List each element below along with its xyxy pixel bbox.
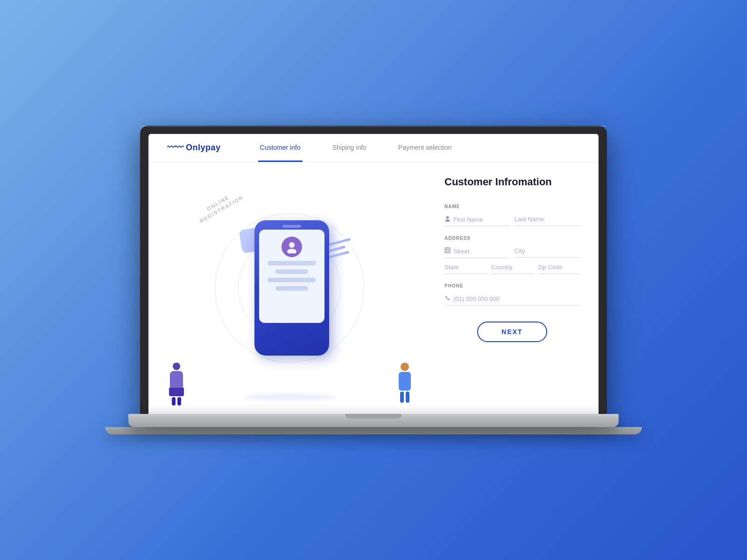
- first-name-wrapper: [444, 213, 510, 226]
- illustration-panel: ONLINE REGISTRATION: [148, 162, 430, 414]
- woman-head: [173, 363, 180, 370]
- shadow-ellipse: [243, 394, 336, 400]
- phone-wrapper: [444, 292, 580, 306]
- tab-customer-info[interactable]: Customer info: [258, 134, 303, 162]
- street-wrapper: [444, 245, 510, 258]
- address-icon: [444, 247, 451, 255]
- laptop-container: 〰〰 Onlypay Customer info Shiping info Pa…: [128, 126, 619, 434]
- app-header: 〰〰 Onlypay Customer info Shiping info Pa…: [148, 134, 599, 162]
- next-button[interactable]: NEXT: [477, 322, 547, 342]
- tab-payment-selection[interactable]: Payment selection: [396, 134, 453, 162]
- svg-point-3: [445, 219, 450, 222]
- city-input-group: [514, 245, 580, 258]
- logo-area: 〰〰 Onlypay: [167, 143, 221, 153]
- svg-rect-7: [448, 250, 449, 251]
- man-head: [401, 363, 409, 371]
- phone-notch: [282, 225, 301, 228]
- woman-legs: [162, 397, 190, 406]
- woman-leg-r: [177, 397, 181, 406]
- person-man: [393, 363, 416, 409]
- arc-text: ONLINE REGISTRATION: [195, 188, 245, 225]
- zip-input-group: [538, 261, 580, 274]
- laptop-bottom: [105, 427, 642, 434]
- state-input[interactable]: [444, 264, 486, 271]
- laptop-base: [128, 414, 619, 427]
- svg-point-2: [446, 216, 449, 219]
- phone-line-4: [275, 286, 308, 291]
- app-content: ONLINE REGISTRATION: [148, 162, 599, 414]
- zip-wrapper: [538, 261, 580, 274]
- last-name-input-group: [514, 213, 580, 226]
- laptop-screen: 〰〰 Onlypay Customer info Shiping info Pa…: [148, 134, 599, 414]
- svg-rect-6: [448, 249, 449, 250]
- name-field-row: [444, 213, 580, 226]
- phone-line-3: [268, 278, 316, 282]
- city-input[interactable]: [514, 247, 580, 254]
- screen-bezel: 〰〰 Onlypay Customer info Shiping info Pa…: [140, 126, 607, 414]
- first-name-input[interactable]: [453, 216, 510, 223]
- state-country-zip-row: [444, 261, 580, 274]
- country-input-group: [491, 261, 533, 274]
- country-wrapper: [491, 261, 533, 274]
- last-name-input[interactable]: [514, 216, 580, 223]
- man-legs: [393, 392, 416, 403]
- phone-avatar: [282, 237, 302, 257]
- first-name-input-group: [444, 213, 510, 226]
- phone-line-2: [275, 269, 308, 274]
- svg-point-1: [287, 249, 296, 253]
- state-input-group: [444, 261, 486, 274]
- phone-icon: [444, 295, 451, 302]
- last-name-wrapper: [514, 213, 580, 226]
- svg-point-0: [289, 242, 295, 248]
- phone-section-label: PHONE: [444, 283, 580, 288]
- name-section-label: NAME: [444, 204, 580, 209]
- street-input-group: [444, 245, 510, 258]
- address-section-label: ADDRESS: [444, 236, 580, 241]
- state-wrapper: [444, 261, 486, 274]
- man-body: [399, 372, 411, 391]
- woman-leg-l: [172, 397, 176, 406]
- person-woman: [162, 363, 190, 405]
- person-icon: [444, 216, 451, 223]
- phone-body: [254, 220, 329, 356]
- logo-text: Onlypay: [186, 143, 221, 153]
- street-city-row: [444, 245, 580, 258]
- woman-body: [170, 371, 183, 388]
- phone-line-1: [268, 261, 316, 266]
- man-leg-r: [406, 392, 409, 403]
- phone-illustration: [245, 213, 348, 363]
- svg-rect-8: [446, 251, 449, 252]
- logo-icon: 〰〰: [167, 143, 183, 153]
- phone-row: [444, 292, 580, 306]
- nav-tabs: Customer info Shiping info Payment selec…: [258, 134, 454, 161]
- svg-rect-5: [446, 249, 447, 250]
- phone-input[interactable]: [453, 295, 580, 302]
- svg-rect-4: [445, 248, 450, 253]
- man-leg-l: [400, 392, 404, 403]
- zip-input[interactable]: [538, 264, 580, 271]
- form-title: Customer Infromation: [444, 176, 580, 188]
- form-panel: Customer Infromation NAME: [430, 162, 599, 414]
- phone-screen: [259, 230, 324, 323]
- country-input[interactable]: [491, 264, 533, 271]
- tab-shipping-info[interactable]: Shiping info: [331, 134, 368, 162]
- phone-input-group: [444, 292, 580, 306]
- city-wrapper: [514, 245, 580, 258]
- woman-skirt: [169, 388, 184, 396]
- street-input[interactable]: [453, 248, 510, 255]
